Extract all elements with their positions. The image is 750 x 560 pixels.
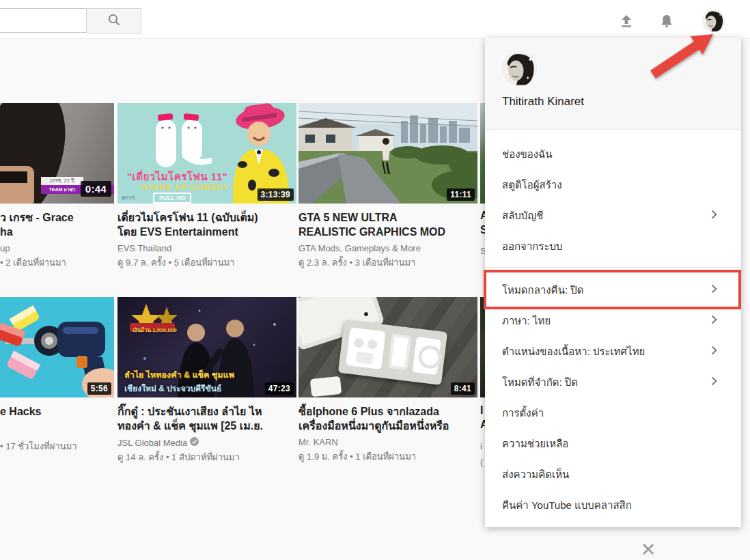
video-channel[interactable]: GTA Mods, Gameplays & More [298, 243, 477, 253]
video-thumbnail[interactable]: 8:41 [298, 297, 477, 397]
video-card: เงินล้าน 1,000,000 ลำไย ไหทองคำ & แช็ค ช… [117, 297, 296, 464]
red-arrow-annotation [648, 31, 717, 81]
video-card: 5:56 e Hacks • 17 ชั่วโมงที่ผ่านมา [0, 297, 114, 453]
thumb-banner-name: เกรซ, 22 ปี [41, 177, 83, 185]
verified-badge-icon [190, 437, 199, 448]
video-card: 8:41 ซื้อIphone 6 Plus จากlazadaเครื่องม… [298, 297, 477, 464]
menu-item-restricted-mode[interactable]: โหมดที่จำกัด: ปิด [485, 367, 741, 397]
chevron-right-icon [711, 315, 717, 326]
video-card: 11:11 GTA 5 NEW ULTRAREALISTIC GRAPHICS … [298, 103, 477, 270]
video-duration: 8:41 [451, 382, 475, 395]
menu-item-sign-out[interactable]: ออกจากระบบ [485, 231, 741, 262]
video-meta: ดู 14 ล. ครั้ง • 1 สัปดาห์ที่ผ่านมา [117, 450, 296, 464]
video-channel[interactable]: JSL Global Media [117, 437, 296, 448]
search-icon [107, 13, 121, 29]
avatar-image [702, 10, 725, 32]
video-meta: ดู 2.3 ล. ครั้ง • 3 เดือนที่ผ่านมา [298, 255, 477, 270]
account-menu-items: ช่องของฉัน สตูดิโอผู้สร้าง สลับบัญชี ออก… [485, 130, 741, 262]
menu-item-creator-studio[interactable]: สตูดิโอผู้สร้าง [485, 169, 741, 200]
video-thumbnail[interactable]: 5:56 [0, 297, 114, 397]
video-title[interactable]: GTA 5 NEW ULTRAREALISTIC GRAPHICS MOD [298, 210, 477, 239]
thumb-channel-logo: ✿EVS [122, 195, 135, 201]
video-channel[interactable]: up [0, 243, 114, 253]
video-meta: ดู 1.9 ม. ครั้ง • 1 เดือนที่ผ่านมา [298, 449, 477, 464]
video-thumbnail[interactable]: "เดี่ยวไมโครโฟน 11" STAND UP COMEDY FULL… [117, 103, 296, 204]
chevron-right-icon [711, 376, 717, 388]
search-input[interactable] [0, 8, 86, 33]
video-card: เกรซ, 22 ปี TEAM มาช่า 0:44 ว เกรซ - Gra… [0, 103, 114, 270]
menu-item-send-feedback[interactable]: ส่งความคิดเห็น [485, 459, 741, 490]
chevron-right-icon [711, 346, 717, 357]
menu-item-switch-account[interactable]: สลับบัญชี [485, 200, 741, 231]
video-meta: • 2 เดือนที่ผ่านมา [0, 255, 114, 270]
video-thumbnail[interactable]: เกรซ, 22 ปี TEAM มาช่า 0:44 [0, 103, 114, 204]
video-duration: 47:23 [265, 382, 294, 395]
youtube-page: เกรซ, 22 ปี TEAM มาช่า 0:44 ว เกรซ - Gra… [0, 0, 750, 560]
video-duration: 0:44 [81, 181, 111, 197]
menu-item-my-channel[interactable]: ช่องของฉัน [485, 139, 741, 169]
menu-item-content-location[interactable]: ตำแหน่งของเนื้อหา: ประเทศไทย [485, 336, 741, 367]
thumb-title-text: "เดี่ยวไมโครโฟน 11" [127, 169, 227, 185]
chevron-right-icon [711, 210, 717, 221]
close-icon[interactable]: ✕ [634, 537, 663, 560]
thumb-badge-text: FULL HD [153, 193, 191, 204]
video-title[interactable]: ซื้อIphone 6 Plus จากlazadaเครื่องมือหนึ… [298, 404, 477, 433]
video-title[interactable]: ว เกรซ - Graceha [0, 210, 114, 239]
menu-item-settings[interactable]: การตั้งค่า [485, 397, 741, 428]
video-duration: 11:11 [447, 188, 475, 201]
menu-divider [485, 267, 741, 268]
account-avatar [502, 51, 537, 86]
search-button[interactable] [86, 8, 141, 33]
thumb-caption-line1: ลำไย ไหทองคำ & แช็ค ชุมแพ [124, 368, 234, 382]
notifications-bell-icon[interactable] [658, 12, 676, 30]
video-channel[interactable]: Mr. KARN [298, 437, 477, 447]
thumb-badge-text: เงินล้าน 1,000,000 [133, 326, 177, 335]
top-bar [0, 0, 750, 39]
menu-item-restore-classic[interactable]: คืนค่า YouTube แบบคลาสสิก [485, 490, 741, 520]
video-channel[interactable]: EVS Thailand [117, 243, 296, 253]
video-title[interactable]: e Hacks [0, 404, 114, 419]
menu-item-help[interactable]: ความช่วยเหลือ [485, 428, 741, 459]
video-duration: 5:56 [87, 382, 111, 395]
upload-icon[interactable] [617, 12, 635, 30]
account-user-name: Thitirath Kinaret [502, 95, 741, 109]
avatar-button[interactable] [702, 10, 725, 32]
video-duration: 3:13:39 [258, 188, 294, 201]
settings-menu-items: โหมดกลางคืน: ปิด ภาษา: ไทย ตำแหน่งของเนื… [485, 275, 741, 520]
video-meta: • 17 ชั่วโมงที่ผ่านมา [0, 439, 114, 453]
avatar-image [502, 51, 537, 86]
video-meta: ดู 9.7 ล. ครั้ง • 5 เดือนที่ผ่านมา [117, 255, 296, 270]
thumb-banner-team: TEAM มาช่า [41, 185, 83, 194]
video-title[interactable]: กิ๊กดู๋ : ประชันเงาเสียง ลำไย ไหทองคำ & … [117, 404, 296, 433]
menu-item-language[interactable]: ภาษา: ไทย [485, 305, 741, 336]
video-thumbnail[interactable]: เงินล้าน 1,000,000 ลำไย ไหทองคำ & แช็ค ช… [117, 297, 296, 397]
video-title[interactable]: เดี่ยวไมโครโฟน 11 (ฉบับเต็ม)โดย EVS Ente… [117, 210, 296, 239]
thumb-subtitle-text: STAND UP COMEDY [142, 184, 229, 191]
thumb-caption-line2: เชียงใหม่ & ประจวบคีรีขันธ์ [124, 382, 221, 395]
video-thumbnail[interactable]: 11:11 [298, 103, 477, 204]
video-card: "เดี่ยวไมโครโฟน 11" STAND UP COMEDY FULL… [117, 103, 296, 270]
highlight-box-annotation [484, 270, 741, 309]
